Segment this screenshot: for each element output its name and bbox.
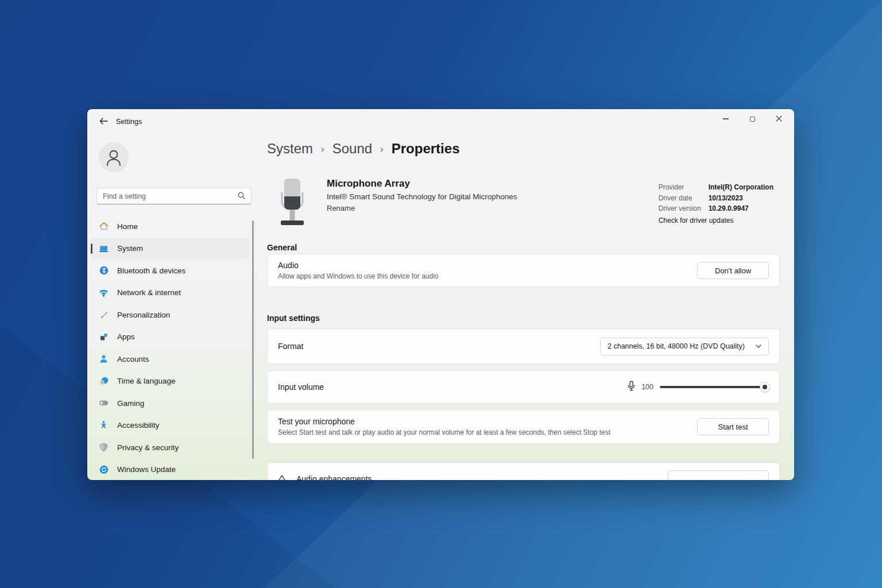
network-icon bbox=[99, 288, 109, 297]
device-name: Microphone Array bbox=[327, 178, 517, 189]
home-icon bbox=[99, 222, 109, 231]
format-card: Format 2 channels, 16 bit, 48000 Hz (DVD… bbox=[267, 328, 780, 364]
audio-title: Audio bbox=[278, 261, 439, 270]
search-box[interactable] bbox=[96, 188, 252, 204]
driver-provider-row: Provider Intel(R) Corporation bbox=[659, 182, 773, 193]
input-settings-section-title: Input settings bbox=[267, 314, 320, 323]
slider-track bbox=[660, 386, 769, 388]
main-content: System › Sound › Properties Microphone A… bbox=[267, 109, 794, 480]
sidebar-item-label: Network & internet bbox=[117, 288, 181, 297]
search-icon bbox=[238, 191, 245, 202]
sidebar-item-accessibility[interactable]: Accessibility bbox=[91, 415, 249, 436]
sidebar-item-system[interactable]: System bbox=[91, 238, 249, 259]
breadcrumb-system[interactable]: System bbox=[267, 141, 313, 157]
sidebar-item-label: Gaming bbox=[117, 399, 144, 408]
sidebar-item-label: Privacy & security bbox=[117, 443, 179, 452]
sidebar-item-bluetooth-devices[interactable]: Bluetooth & devices bbox=[91, 260, 249, 281]
sidebar-nav: Home System Bluetooth & devices bbox=[91, 216, 249, 480]
sidebar-item-personalization[interactable]: Personalization bbox=[91, 304, 249, 325]
search-input[interactable] bbox=[103, 192, 238, 200]
accessibility-icon bbox=[99, 420, 109, 430]
breadcrumb-separator-icon: › bbox=[321, 144, 324, 155]
general-section-title: General bbox=[267, 243, 297, 252]
test-microphone-card: Test your microphone Select Start test a… bbox=[267, 409, 780, 444]
breadcrumb-separator-icon: › bbox=[380, 144, 384, 155]
format-value: 2 channels, 16 bit, 48000 Hz (DVD Qualit… bbox=[608, 342, 745, 350]
start-test-button[interactable]: Start test bbox=[697, 418, 769, 435]
time-language-icon bbox=[99, 376, 109, 386]
dont-allow-button[interactable]: Don't allow bbox=[697, 262, 769, 279]
sidebar-item-apps[interactable]: Apps bbox=[91, 327, 249, 347]
driver-version-value: 10.29.0.9947 bbox=[709, 203, 749, 214]
audio-card: Audio Allow apps and Windows to use this… bbox=[267, 254, 780, 287]
sidebar-item-label: Accounts bbox=[117, 355, 149, 363]
microphone-image bbox=[277, 178, 307, 226]
chevron-down-icon bbox=[756, 345, 761, 348]
sidebar-item-label: Accessibility bbox=[117, 421, 160, 430]
audio-description: Allow apps and Windows to use this devic… bbox=[278, 272, 439, 280]
format-dropdown[interactable]: 2 channels, 16 bit, 48000 Hz (DVD Qualit… bbox=[600, 338, 769, 355]
sidebar-item-label: Bluetooth & devices bbox=[117, 266, 185, 275]
audio-enhancements-icon bbox=[278, 474, 286, 480]
apps-icon bbox=[99, 332, 109, 342]
device-description: Intel® Smart Sound Technology for Digita… bbox=[327, 192, 517, 201]
sidebar-item-accounts[interactable]: Accounts bbox=[91, 349, 249, 369]
personalization-icon bbox=[99, 310, 109, 320]
privacy-security-icon bbox=[99, 443, 109, 452]
slider-thumb[interactable] bbox=[760, 382, 770, 392]
sidebar-item-label: Time & language bbox=[117, 377, 176, 385]
sidebar-item-gaming[interactable]: Gaming bbox=[91, 393, 249, 413]
check-driver-updates-link[interactable]: Check for driver updates bbox=[659, 215, 773, 226]
driver-version-row: Driver version 10.29.0.9947 bbox=[659, 203, 773, 214]
driver-provider-value: Intel(R) Corporation bbox=[709, 182, 773, 193]
format-label: Format bbox=[278, 342, 303, 351]
audio-enhancements-card: Audio enhancements bbox=[267, 462, 780, 480]
input-volume-slider[interactable] bbox=[660, 382, 769, 392]
sidebar: Home System Bluetooth & devices bbox=[87, 134, 257, 480]
breadcrumb-properties: Properties bbox=[392, 141, 460, 157]
device-header: Microphone Array Intel® Smart Sound Tech… bbox=[277, 178, 517, 226]
sidebar-item-label: Apps bbox=[117, 332, 135, 341]
accounts-icon bbox=[99, 354, 109, 364]
test-microphone-title: Test your microphone bbox=[278, 417, 610, 426]
gaming-icon bbox=[99, 399, 109, 408]
sidebar-item-time-language[interactable]: Time & language bbox=[91, 371, 249, 392]
breadcrumb-sound[interactable]: Sound bbox=[332, 141, 372, 157]
sidebar-item-label: System bbox=[117, 244, 143, 253]
breadcrumb: System › Sound › Properties bbox=[267, 141, 459, 157]
audio-enhancements-title: Audio enhancements bbox=[296, 474, 372, 480]
system-icon bbox=[99, 243, 109, 253]
driver-info: Provider Intel(R) Corporation Driver dat… bbox=[659, 182, 773, 226]
person-icon bbox=[105, 148, 122, 167]
window-title: Settings bbox=[116, 118, 142, 126]
sidebar-item-windows-update[interactable]: Windows Update bbox=[91, 459, 249, 480]
audio-enhancements-dropdown[interactable] bbox=[668, 470, 769, 481]
sidebar-item-label: Windows Update bbox=[117, 465, 176, 474]
sidebar-item-network-internet[interactable]: Network & internet bbox=[91, 283, 249, 303]
avatar[interactable] bbox=[99, 142, 129, 172]
driver-date-row: Driver date 10/13/2023 bbox=[659, 193, 773, 204]
input-volume-card: Input volume 100 bbox=[267, 370, 780, 404]
driver-provider-label: Provider bbox=[659, 182, 709, 193]
rename-link[interactable]: Rename bbox=[327, 204, 355, 212]
sidebar-item-label: Home bbox=[117, 222, 138, 231]
driver-date-value: 10/13/2023 bbox=[709, 193, 743, 204]
sidebar-item-home[interactable]: Home bbox=[91, 216, 249, 237]
bluetooth-icon bbox=[99, 266, 109, 276]
desktop-background: Settings bbox=[0, 0, 882, 588]
sidebar-item-privacy-security[interactable]: Privacy & security bbox=[91, 437, 249, 458]
windows-update-icon bbox=[99, 465, 109, 474]
input-volume-value: 100 bbox=[641, 383, 653, 391]
test-microphone-description: Select Start test and talk or play audio… bbox=[278, 428, 610, 436]
driver-date-label: Driver date bbox=[659, 193, 709, 204]
driver-version-label: Driver version bbox=[659, 203, 709, 214]
input-volume-label: Input volume bbox=[278, 382, 324, 392]
sidebar-item-label: Personalization bbox=[117, 311, 170, 319]
microphone-icon bbox=[628, 381, 635, 393]
back-arrow-icon bbox=[99, 118, 108, 126]
settings-window: Settings bbox=[87, 109, 794, 480]
sidebar-scrollbar[interactable] bbox=[252, 220, 254, 459]
back-button[interactable] bbox=[94, 113, 113, 130]
